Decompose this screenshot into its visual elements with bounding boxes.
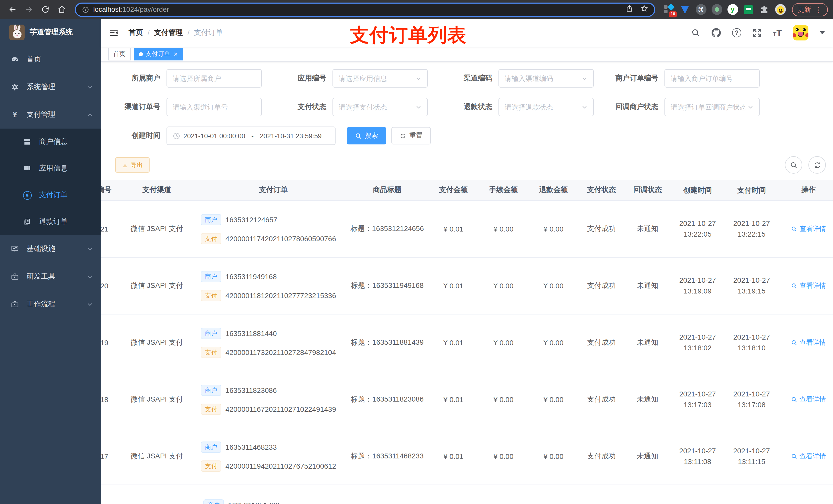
sidebar-item-dev-tools[interactable]: 研发工具 bbox=[0, 263, 101, 290]
browser-profile-avatar[interactable] bbox=[775, 4, 786, 15]
site-info-icon[interactable] bbox=[82, 6, 89, 13]
view-detail-link[interactable]: 查看详情 bbox=[791, 452, 826, 461]
cell-channel: 微信 JSAPI 支付 bbox=[123, 314, 191, 371]
sidebar-item-payment[interactable]: ¥ 支付管理 bbox=[0, 101, 101, 128]
sidebar-item-refund-order[interactable]: 退款订单 bbox=[0, 209, 101, 235]
caret-down-icon[interactable] bbox=[820, 31, 825, 34]
forward-arrow-icon bbox=[24, 5, 33, 14]
merchant-input[interactable] bbox=[166, 69, 262, 88]
browser-forward-button[interactable] bbox=[22, 2, 36, 17]
reset-button-label: 重置 bbox=[409, 131, 423, 140]
refund-status-field[interactable] bbox=[505, 103, 579, 111]
tab-home[interactable]: 首页 bbox=[108, 48, 130, 61]
view-detail-link[interactable]: 查看详情 bbox=[791, 281, 826, 290]
merchant-order-no-input[interactable] bbox=[664, 69, 760, 88]
header-search-button[interactable] bbox=[691, 28, 700, 38]
filter-row-2: 渠道订单号 支付状态 退款状态 bbox=[101, 98, 833, 116]
col-status: 支付状态 bbox=[579, 180, 625, 200]
github-link[interactable] bbox=[712, 28, 721, 38]
col-fee: 手续金额 bbox=[478, 180, 528, 200]
navbar-actions: ? TT bbox=[691, 25, 825, 41]
channel-order-no-field[interactable] bbox=[173, 103, 256, 111]
breadcrumb: 首页 / 支付管理 / 支付订单 bbox=[128, 28, 223, 38]
help-icon[interactable]: ? bbox=[732, 28, 741, 38]
gear-icon bbox=[10, 82, 20, 92]
view-detail-link[interactable]: 查看详情 bbox=[791, 224, 826, 234]
pay-order-no: 4200001174202110278060590766 bbox=[225, 234, 336, 242]
breadcrumb-home[interactable]: 首页 bbox=[128, 28, 143, 38]
cell-channel: 微信 JSAPI 支付 bbox=[123, 258, 191, 314]
browser-refresh-button[interactable] bbox=[38, 2, 52, 17]
kebab-menu-icon[interactable]: ⋮ bbox=[815, 5, 822, 14]
view-detail-link[interactable]: 查看详情 bbox=[791, 395, 826, 404]
refund-status-select[interactable] bbox=[498, 98, 594, 116]
refresh-table-button[interactable] bbox=[808, 156, 826, 174]
sidebar-item-app-info[interactable]: 应用信息 bbox=[0, 155, 101, 182]
extension-icon-command[interactable]: ⌘ bbox=[695, 4, 707, 15]
pay-status-select[interactable] bbox=[332, 98, 428, 116]
sidebar-item-home[interactable]: 首页 bbox=[0, 46, 101, 73]
app-logo-row: 芋道管理系统 bbox=[0, 19, 101, 46]
refresh-icon bbox=[41, 5, 49, 14]
sidebar-item-label: 系统管理 bbox=[27, 82, 55, 92]
search-icon bbox=[791, 283, 798, 289]
pay-status-field[interactable] bbox=[339, 103, 413, 111]
tab-pay-order[interactable]: 支付订单 × bbox=[134, 48, 183, 61]
cell-pay-order: 商户1635311949168 支付4200001181202110277723… bbox=[191, 258, 346, 314]
extension-icon-yudao[interactable]: y bbox=[727, 4, 738, 15]
browser-home-button[interactable] bbox=[54, 2, 69, 17]
top-navbar: 首页 / 支付管理 / 支付订单 支付订单列表 ? bbox=[101, 19, 833, 47]
app-no-field[interactable] bbox=[339, 74, 413, 82]
pay-order-no: 4200001194202110276752100612 bbox=[225, 462, 336, 470]
search-button[interactable]: 搜索 bbox=[347, 127, 386, 144]
reset-button[interactable]: 重置 bbox=[391, 127, 431, 144]
view-detail-link[interactable]: 查看详情 bbox=[791, 338, 826, 347]
sidebar-item-workflow[interactable]: 工作流程 bbox=[0, 290, 101, 318]
cell-channel bbox=[124, 485, 193, 504]
create-time-range-picker[interactable]: 2021-10-01 00:00:00 - 2021-10-31 23:59:5… bbox=[166, 126, 336, 145]
sidebar-toggle-button[interactable] bbox=[109, 27, 120, 39]
col-title: 商品标题 bbox=[346, 180, 428, 200]
channel-order-no-input[interactable] bbox=[166, 98, 262, 116]
close-icon[interactable]: × bbox=[174, 51, 177, 57]
channel-code-field[interactable] bbox=[505, 74, 579, 82]
extension-icon-record[interactable] bbox=[711, 4, 722, 15]
sidebar-item-infrastructure[interactable]: 基础设施 bbox=[0, 235, 101, 263]
user-avatar[interactable] bbox=[793, 25, 808, 41]
extension-icon-chat[interactable] bbox=[743, 4, 754, 15]
cell-channel: 微信 JSAPI 支付 bbox=[123, 371, 191, 428]
fullscreen-button[interactable] bbox=[753, 28, 762, 38]
cell-created: 2021-10-2713:18:02 bbox=[671, 314, 724, 371]
export-button[interactable]: 导出 bbox=[115, 157, 149, 173]
font-size-button[interactable]: TT bbox=[773, 28, 782, 37]
address-bar[interactable]: localhost:1024/pay/order bbox=[75, 2, 655, 17]
app-no-select[interactable] bbox=[332, 69, 428, 88]
pay-tag: 支付 bbox=[201, 346, 221, 358]
channel-code-select[interactable] bbox=[498, 69, 594, 88]
chevron-down-icon bbox=[581, 104, 588, 110]
cell-refund: ¥ 0.00 bbox=[528, 371, 578, 428]
breadcrumb-section[interactable]: 支付管理 bbox=[154, 28, 183, 38]
sidebar-item-merchant-info[interactable]: 商户信息 bbox=[0, 128, 101, 155]
toggle-search-button[interactable] bbox=[785, 156, 802, 174]
browser-back-button[interactable] bbox=[5, 2, 20, 17]
yen-icon: ¥ bbox=[10, 110, 20, 119]
extensions-menu-button[interactable] bbox=[759, 4, 770, 15]
merchant-order-no-field[interactable] bbox=[671, 74, 754, 82]
callback-status-select[interactable] bbox=[664, 98, 760, 116]
browser-update-button[interactable]: 更新 ⋮ bbox=[792, 3, 828, 16]
merchant-input-field[interactable] bbox=[173, 74, 256, 82]
record-dot-icon bbox=[711, 4, 722, 15]
sidebar-item-pay-order[interactable]: ¥ 支付订单 bbox=[0, 182, 101, 209]
bookmark-star-icon[interactable] bbox=[640, 5, 648, 14]
extension-icon-badge[interactable]: 10 bbox=[663, 4, 675, 15]
share-icon[interactable] bbox=[625, 5, 633, 14]
extension-icon-gem[interactable] bbox=[679, 4, 691, 15]
col-paid: 支付时间 bbox=[724, 180, 779, 200]
sidebar-item-system[interactable]: 系统管理 bbox=[0, 73, 101, 101]
browser-extensions: 10 ⌘ y bbox=[661, 4, 788, 15]
sidebar-item-label: 商户信息 bbox=[39, 137, 68, 146]
callback-status-field[interactable] bbox=[671, 103, 745, 111]
red-annotation-title: 支付订单列表 bbox=[350, 23, 467, 48]
cell-action: 查看详情 bbox=[779, 371, 833, 428]
